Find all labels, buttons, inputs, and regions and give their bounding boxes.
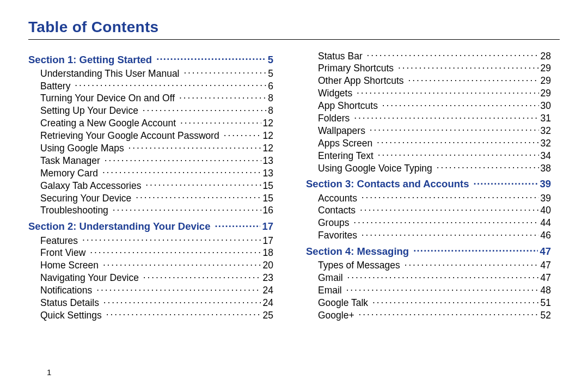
toc-item-label: Troubleshooting — [40, 204, 108, 216]
toc-item-row[interactable]: Accounts 39 — [306, 192, 551, 204]
toc-section-row[interactable]: Section 3: Contacts and Accounts 39 — [306, 177, 551, 191]
toc-page-number: 29 — [541, 87, 551, 99]
leader-dots — [405, 259, 539, 269]
toc-item-row[interactable]: Understanding This User Manual 5 — [28, 67, 273, 79]
toc-page-number: 20 — [263, 259, 273, 271]
leader-dots — [224, 130, 261, 139]
toc-item-label: Status Bar — [318, 50, 363, 62]
toc-page-number: 17 — [263, 235, 273, 247]
toc-item-row[interactable]: Groups 44 — [306, 217, 551, 229]
toc-item-row[interactable]: Using Google Voice Typing 38 — [306, 162, 551, 174]
leader-dots — [82, 234, 261, 244]
toc-section-row[interactable]: Section 1: Getting Started 5 — [28, 53, 273, 66]
leader-dots — [136, 192, 261, 201]
toc-item-label: Using Google Voice Typing — [318, 162, 432, 174]
toc-item-row[interactable]: Quick Settings 25 — [28, 309, 273, 321]
toc-page-number: 18 — [263, 247, 273, 259]
toc-item-row[interactable]: Home Screen 20 — [28, 259, 273, 272]
toc-item-row[interactable]: Email 48 — [306, 284, 551, 297]
toc-item-label: Types of Messages — [318, 259, 400, 271]
toc-section-label: Section 3: Contacts and Accounts — [306, 177, 469, 191]
leader-dots — [180, 117, 261, 127]
toc-item-row[interactable]: Front View 18 — [28, 247, 273, 259]
toc-item-row[interactable]: Primary Shortcuts 29 — [306, 62, 551, 75]
leader-dots — [398, 62, 539, 72]
toc-item-label: Google+ — [318, 309, 354, 321]
toc-item-row[interactable]: App Shortcuts 30 — [306, 100, 551, 112]
toc-page-number: 12 — [263, 142, 273, 154]
toc-item-row[interactable]: Widgets 29 — [306, 87, 551, 100]
toc-item-row[interactable]: Battery 6 — [28, 79, 273, 92]
toc-item-row[interactable]: Google+ 52 — [306, 309, 551, 321]
toc-item-row[interactable]: Galaxy Tab Accessories 15 — [28, 179, 273, 192]
toc-item-row[interactable]: Gmail 47 — [306, 272, 551, 284]
leader-dots — [357, 87, 538, 97]
toc-item-label: Creating a New Google Account — [40, 117, 176, 129]
toc-item-row[interactable]: Retrieving Your Google Account Password … — [28, 130, 273, 142]
toc-item-label: Navigating Your Device — [40, 272, 139, 284]
toc-item-row[interactable]: Entering Text 34 — [306, 149, 551, 162]
page-title: Table of Contents — [28, 19, 560, 36]
toc-item-row[interactable]: Wallpapers 32 — [306, 124, 551, 137]
toc-item-row[interactable]: Contacts 40 — [306, 204, 551, 217]
toc-page-number: 34 — [541, 150, 551, 162]
toc-item-label: Setting Up Your Device — [40, 105, 138, 117]
toc-item-row[interactable]: Other App Shortcuts 29 — [306, 75, 551, 87]
toc-item-row[interactable]: Memory Card 13 — [28, 167, 273, 179]
toc-item-label: Status Details — [40, 297, 99, 309]
toc-item-label: Entering Text — [318, 150, 373, 162]
toc-page-number: 40 — [541, 204, 551, 216]
toc-item-row[interactable]: Google Talk 51 — [306, 296, 551, 309]
leader-dots — [362, 229, 539, 239]
leader-dots — [143, 105, 266, 114]
leader-dots — [367, 50, 539, 59]
toc-page-number: 31 — [541, 112, 551, 124]
toc-item-label: Primary Shortcuts — [318, 62, 394, 74]
toc-item-row[interactable]: Features 17 — [28, 234, 273, 247]
toc-item-row[interactable]: Navigating Your Device 23 — [28, 272, 273, 284]
leader-dots — [382, 100, 539, 109]
leader-dots — [378, 149, 539, 159]
toc-page-number: 52 — [541, 309, 551, 321]
toc-page-number: 5 — [268, 68, 273, 79]
footer-page-number: 1 — [47, 367, 51, 377]
toc-item-row[interactable]: Status Details 24 — [28, 296, 273, 309]
leader-dots — [370, 124, 539, 134]
toc-page-number: 13 — [263, 155, 273, 167]
toc-page-number: 15 — [263, 192, 273, 204]
leader-dots — [103, 296, 261, 306]
toc-item-row[interactable]: Favorites 46 — [306, 229, 551, 242]
toc-page-number: 30 — [541, 100, 551, 112]
toc-page-number: 23 — [263, 272, 273, 284]
leader-dots — [113, 204, 261, 214]
toc-page-number: 46 — [541, 229, 551, 241]
toc-item-row[interactable]: Types of Messages 47 — [306, 259, 551, 272]
toc-item-row[interactable]: Task Manager 13 — [28, 154, 273, 167]
toc-item-row[interactable]: Apps Screen 32 — [306, 137, 551, 149]
toc-item-label: Retrieving Your Google Account Password — [40, 130, 219, 142]
toc-section-row[interactable]: Section 4: Messaging 47 — [306, 245, 551, 258]
toc-item-label: Apps Screen — [318, 137, 372, 149]
toc-item-label: Notifications — [40, 284, 92, 296]
toc-item-row[interactable]: Notifications 24 — [28, 284, 273, 297]
toc-section-row[interactable]: Section 2: Understanding Your Device 17 — [28, 220, 273, 233]
leader-dots — [128, 142, 261, 152]
toc-item-label: Understanding This User Manual — [40, 68, 180, 79]
toc-item-row[interactable]: Turning Your Device On and Off 8 — [28, 92, 273, 105]
toc-section-label: Section 4: Messaging — [306, 245, 409, 258]
toc-item-row[interactable]: Folders 31 — [306, 112, 551, 124]
leader-dots — [353, 217, 538, 226]
leader-dots — [183, 67, 266, 77]
toc-item-row[interactable]: Setting Up Your Device 8 — [28, 105, 273, 117]
toc-item-row[interactable]: Status Bar 28 — [306, 50, 551, 62]
toc-section-label: Section 2: Understanding Your Device — [28, 220, 210, 233]
leader-dots — [102, 167, 261, 176]
leader-dots — [372, 296, 539, 306]
toc-item-row[interactable]: Creating a New Google Account 12 — [28, 117, 273, 130]
title-rule — [28, 39, 560, 40]
toc-item-row[interactable]: Using Google Maps 12 — [28, 142, 273, 155]
toc-item-row[interactable]: Troubleshooting 16 — [28, 204, 273, 217]
toc-page-number: 44 — [541, 217, 551, 229]
leader-dots — [215, 220, 261, 230]
toc-item-row[interactable]: Securing Your Device 15 — [28, 192, 273, 204]
